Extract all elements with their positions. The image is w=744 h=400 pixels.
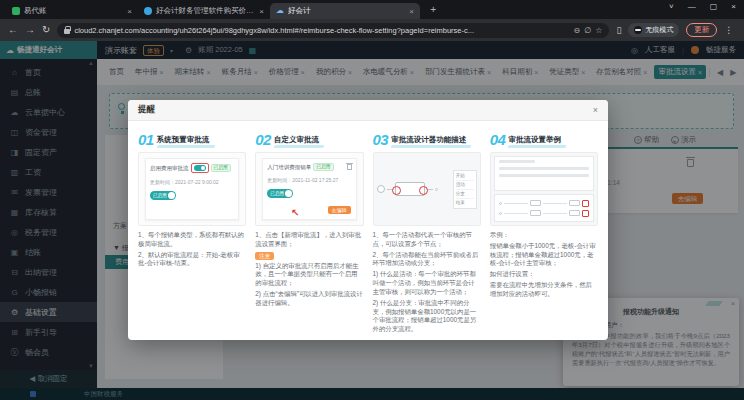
reload-icon[interactable]: ↻: [42, 25, 50, 35]
new-tab-button[interactable]: ＋: [428, 2, 438, 16]
step-text-line: 2、每个活动都能在当前环节前或者后环节增加活动或分支；: [373, 251, 481, 269]
incognito-badge: 无痕模式: [628, 23, 679, 37]
back-icon[interactable]: ←: [8, 25, 18, 35]
step-number: 03: [373, 133, 389, 147]
eye-off-icon[interactable]: ∅: [584, 26, 591, 35]
restore-button[interactable]: ▢: [710, 2, 718, 11]
step-text-line: 2、默认的审批流程是：开始-老板审批-会计审核-结束。: [138, 251, 246, 269]
side-panel-icon[interactable]: ▯: [616, 25, 621, 35]
step-4: 04 审批流设置举例: [490, 129, 598, 336]
browser-tab-3-active[interactable]: ☁ 好会计 ×: [270, 3, 420, 19]
mini-flow-label: 启用费用审批流: [150, 165, 189, 172]
trash-icon: [347, 164, 352, 170]
step-text-line: 1) 自定义的审批流只有启用后才能生效，且一个单据类型只能有一个启用的审批流程；: [255, 262, 363, 288]
cloud-favicon: ☁: [276, 7, 284, 15]
step-illustration: 启用费用审批流 已启用 更新时间：2021-07-22 9:00:02 已启用: [138, 152, 246, 226]
step-text-line: 需要在流程中先增加分支条件，然后增加对应的活动即可。: [490, 281, 598, 299]
close-modal-icon[interactable]: ×: [593, 105, 598, 115]
step-number: 01: [138, 133, 154, 147]
mini-edit-button: 去编辑: [328, 206, 351, 214]
step-illustration: [490, 152, 598, 226]
step-illustration: 开始 活动 分支 结束: [373, 152, 481, 226]
activity-node-with-red-rings: [395, 182, 425, 196]
branch-flow-mini: [494, 194, 594, 222]
step-text-line: 2) 点击“去编辑”可以进入到审批流设计器进行编辑。: [255, 290, 363, 308]
lock-icon: [64, 29, 70, 34]
close-tab-icon[interactable]: ×: [127, 7, 132, 16]
step-illustration: 入门培训费报销单 已启用 更新时间：2021-11-02 17:25:27 已启…: [255, 152, 363, 226]
step-title: 自定义审批流: [274, 135, 319, 147]
browser-toolbar: ← → ↻ cloud2.chanjet.com/accounting/uh26…: [0, 19, 744, 41]
zoom-out-icon[interactable]: ⊖: [574, 26, 581, 35]
step-3: 03 审批流设计器功能描述 开始 活动 分支 结束: [373, 129, 481, 336]
bookmark-star-icon[interactable]: ☆: [595, 26, 602, 35]
status-badge: 已启用: [211, 164, 231, 172]
chrome-update-button[interactable]: 更新: [686, 23, 717, 37]
condition-form-mini: [494, 156, 594, 191]
step-text-line: 1) 什么是活动：每一个审批的环节都叫做一个活动，例如当前环节是会计主管审核，则…: [373, 270, 481, 296]
browser-menu-icon[interactable]: ⋮: [724, 25, 733, 35]
browser-tab-title: 易代账: [24, 6, 123, 16]
step-number: 04: [490, 133, 506, 147]
tab-search-icon[interactable]: ˅: [669, 2, 674, 11]
close-tab-icon[interactable]: ×: [259, 7, 264, 16]
red-annotation-box: [582, 200, 589, 207]
close-window-button[interactable]: ×: [731, 2, 736, 11]
minimize-button[interactable]: —: [688, 2, 696, 11]
mini-flow-label: 入门培训费报销单: [267, 164, 311, 171]
mini-updated-time: 更新时间：2021-07-22 9:00:02: [150, 179, 234, 185]
favicon-yidaizhang: [12, 7, 20, 15]
flow-designer-mini: 开始 活动 分支 结束: [374, 153, 480, 225]
browser-tabstrip: 易代账 × 好会计财务管理软件购买价格页... × ☁ 好会计 × ＋ ˅ — …: [0, 0, 744, 19]
browser-tab-title: 好会计财务管理软件购买价格页...: [156, 6, 255, 16]
browser-window: 易代账 × 好会计财务管理软件购买价格页... × ☁ 好会计 × ＋ ˅ — …: [0, 0, 744, 400]
step-title: 审批流设置举例: [508, 135, 561, 147]
step-1: 01 系统预置审批流 启用费用审批流 已启用 更新时间：2021-07-22 9…: [138, 129, 246, 336]
step-title: 系统预置审批流: [157, 135, 210, 147]
enabled-toggle: 已启用: [267, 189, 293, 198]
step-text-line: 示例：: [490, 231, 598, 240]
notice-tag: 注意: [255, 252, 274, 260]
browser-tab-2[interactable]: 好会计财务管理软件购买价格页... ×: [138, 3, 270, 19]
mini-updated-time: 更新时间：2021-11-02 17:25:27: [267, 177, 351, 183]
address-bar[interactable]: cloud2.chanjet.com/accounting/uh26t264j5…: [57, 23, 609, 38]
step-2: 02 自定义审批流 入门培训费报销单 已启用 更新时间：2021-11-02 1…: [255, 129, 363, 336]
step-text-line: 1、每一个活动都代表一个审核的节点，可以设置多个节点；: [373, 231, 481, 249]
step-text-line: 2) 什么是分支：审批流中不同的分支，例如报销单金额1000元以内是一个审批流程…: [373, 299, 481, 334]
red-arrow-annotation: ↖: [291, 207, 299, 218]
step-text-line: 1、点击【新增审批流】，进入到审批流设置界面；: [255, 231, 363, 249]
reminder-modal: 提醒 × 01 系统预置审批流 启用费用审批流 已启用 更新: [128, 100, 608, 340]
red-annotation-box: [582, 210, 589, 217]
incognito-icon: [634, 26, 642, 34]
step-title: 审批流设计器功能描述: [391, 135, 466, 147]
browser-tab-title: 好会计: [288, 6, 405, 16]
forward-icon[interactable]: →: [25, 25, 35, 35]
update-label: 更新: [694, 25, 709, 35]
modal-header: 提醒 ×: [128, 100, 608, 121]
enabled-toggle: 已启用: [150, 191, 176, 200]
step-text-line: 1、每个报销单类型，系统都有默认的极简审批流。: [138, 231, 246, 249]
incognito-label: 无痕模式: [645, 25, 673, 35]
node-menu-panel: 开始 活动 分支 结束: [453, 170, 477, 209]
end-node: [435, 188, 438, 191]
modal-body: 01 系统预置审批流 启用费用审批流 已启用 更新时间：2021-07-22 9…: [128, 121, 608, 340]
toggle-icon: [194, 165, 206, 171]
favicon-haokuaiji-site: [144, 7, 152, 15]
browser-tab-1[interactable]: 易代账 ×: [6, 3, 138, 19]
step-text-line: 如何进行设置：: [490, 270, 598, 279]
step-number: 02: [255, 133, 271, 147]
red-annotation-box: [191, 163, 209, 173]
modal-title: 提醒: [138, 104, 155, 116]
close-tab-icon[interactable]: ×: [409, 7, 414, 16]
window-controls: ˅ — ▢ ×: [669, 2, 736, 11]
url-text[interactable]: cloud2.chanjet.com/accounting/uh26t264j5…: [74, 26, 569, 35]
start-node: [377, 185, 385, 193]
status-badge: 已启用: [313, 163, 333, 171]
step-text-line: 报销单金额小于1000元，老板-会计审核流程；报销单金额超过1000元，老板-会…: [490, 242, 598, 268]
